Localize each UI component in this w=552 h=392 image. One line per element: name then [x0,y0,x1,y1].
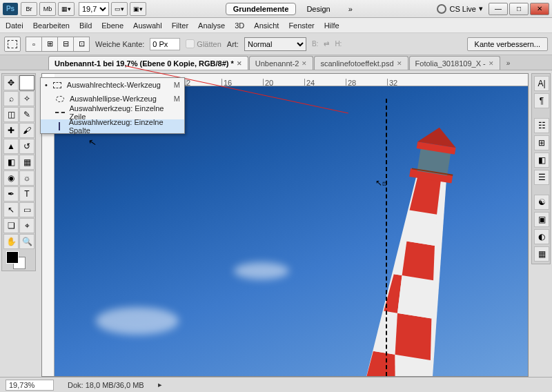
workspace-active[interactable]: Grundelemente [226,3,297,15]
column-marquee-selection [386,99,387,376]
close-icon[interactable]: ✕ [397,60,402,67]
lasso-tool[interactable]: ⌕ [3,91,19,106]
marquee-tool[interactable] [19,75,34,90]
panel-layers[interactable]: ☰ [534,170,549,185]
arrange-button[interactable]: ▭▾ [111,2,128,16]
view-extras-button[interactable]: ▦▾ [58,2,75,16]
svg-marker-4 [391,313,437,360]
status-bar: 19,73% Dok: 18,0 MB/36,0 MB ▸ [0,377,552,392]
cs-live[interactable]: CS Live▾ [437,4,483,14]
tab-unbenannt-2[interactable]: Unbenannt-2✕ [249,56,314,70]
tab-fotolia[interactable]: Fotolia_3018109_X -✕ [409,56,500,70]
tabs-overflow[interactable]: » [501,56,516,70]
stamp-tool[interactable]: ▲ [3,139,19,154]
close-icon[interactable]: ✕ [237,60,242,67]
3d-tool[interactable]: ❏ [3,218,19,233]
menu-analyse[interactable]: Analyse [198,21,225,30]
dodge-tool[interactable]: ☼ [19,170,34,186]
color-swatches[interactable] [3,250,34,269]
panel-adjustments[interactable]: ☯ [534,195,549,210]
workspace-design[interactable]: Design [299,3,337,15]
menu-bild[interactable]: Bild [79,21,92,30]
menu-fenster[interactable]: Fenster [288,21,314,30]
menu-datei[interactable]: Datei [6,21,23,30]
wand-tool[interactable]: ✧ [19,91,34,106]
app-icon: Ps [3,3,18,15]
menu-ansicht[interactable]: Ansicht [254,21,279,30]
image-content [234,262,289,280]
eraser-tool[interactable]: ◧ [3,155,19,170]
menu-3d[interactable]: 3D [235,21,244,30]
menu-ebene[interactable]: Ebene [101,21,124,30]
screen-mode-button[interactable]: ▣▾ [130,2,146,16]
panel-histogram[interactable]: ☷ [534,118,549,133]
menu-item-elliptical-marquee[interactable]: Auswahlellipse-Werkzeug M [41,92,184,106]
type-tool[interactable]: T [19,186,34,202]
cursor-icon: ↖⊡ [375,178,387,188]
tab-unbenannt-1[interactable]: Unbenannt-1 bei 19,7% (Ebene 0 Kopie, RG… [48,56,248,70]
close-button[interactable]: ✕ [530,3,549,15]
brush-tool[interactable]: 🖌 [19,123,34,138]
document-tab-bar: Unbenannt-1 bei 19,7% (Ebene 0 Kopie, RG… [0,55,552,70]
menu-bearbeiten[interactable]: Bearbeiten [33,21,70,30]
menu-bar: Datei Bearbeiten Bild Ebene Auswahl Filt… [0,18,552,33]
selection-subtract[interactable]: ⊟ [57,37,74,52]
minibridge-button[interactable]: Mb [39,2,56,16]
camera-tool[interactable]: ⌖ [19,218,34,233]
panel-navigator[interactable]: ⊞ [534,135,549,150]
move-tool[interactable]: ✥ [3,75,19,90]
menu-item-single-column-marquee[interactable]: Auswahlwerkzeug: Einzelne Spalte [41,119,184,133]
minimize-button[interactable]: — [489,3,508,15]
style-select[interactable]: Normal [244,37,306,51]
menu-hilfe[interactable]: Hilfe [324,21,339,30]
menu-item-single-row-marquee[interactable]: Auswahlwerkzeug: Einzelne Zeile [41,106,184,119]
image-content [286,86,507,376]
doc-info[interactable]: Dok: 18,0 MB/36,0 MB [68,381,144,389]
path-tool[interactable]: ↖ [3,202,19,217]
tab-scanline[interactable]: scanlinefotoeffekt.psd✕ [314,56,408,70]
foreground-color[interactable] [6,251,19,264]
pen-tool[interactable]: ✒ [3,186,19,202]
gradient-tool[interactable]: ▦ [19,155,34,170]
blur-tool[interactable]: ◉ [3,170,19,186]
history-brush-tool[interactable]: ↺ [19,139,34,154]
chevron-right-icon[interactable]: ▸ [158,380,162,389]
eyedropper-tool[interactable]: ✎ [19,107,34,122]
panel-character[interactable]: A| [534,76,549,91]
panel-paragraph[interactable]: ¶ [534,93,549,108]
swap-icon: ⇄ [324,40,329,48]
close-icon[interactable]: ✕ [302,60,307,67]
zoom-tool[interactable]: 🔍 [19,234,34,249]
title-bar: Ps Br Mb ▦▾ 19,7 ▭▾ ▣▾ Grundelemente Des… [0,0,552,18]
close-icon[interactable]: ✕ [489,60,494,67]
zoom-field[interactable]: 19,73% [6,380,54,391]
refine-edge-button[interactable]: Kante verbessern... [467,37,548,51]
panel-color[interactable]: ◧ [534,153,549,168]
svg-marker-10 [410,176,442,215]
menu-filter[interactable]: Filter [172,21,188,30]
bridge-button[interactable]: Br [21,2,37,16]
panel-actions[interactable]: ▣ [534,212,549,227]
zoom-select[interactable]: 19,7 [79,2,109,16]
maximize-button[interactable]: □ [509,3,529,15]
menu-item-rectangular-marquee[interactable]: • Auswahlrechteck-Werkzeug M [41,78,184,92]
column-marquee-icon [55,121,65,131]
panel-swatches[interactable]: ▦ [534,246,549,262]
tool-preset[interactable] [4,37,21,52]
crop-tool[interactable]: ◫ [3,107,19,122]
rect-marquee-icon [52,80,63,90]
menu-auswahl[interactable]: Auswahl [133,21,162,30]
selection-add[interactable]: ⊞ [41,37,58,52]
healing-tool[interactable]: ✚ [3,123,19,138]
feather-input[interactable] [150,38,180,50]
panel-styles[interactable]: ◐ [534,229,549,244]
hand-tool[interactable]: ✋ [3,234,19,249]
height-label: H: [335,40,342,48]
selection-new[interactable]: ▫ [26,37,42,52]
panel-dock: A| ¶ ☷ ⊞ ◧ ☰ ☯ ▣ ◐ ▦ [531,73,551,264]
selection-intersect[interactable]: ⊡ [73,37,90,52]
svg-marker-8 [402,241,439,280]
workspace-more[interactable]: » [341,3,360,15]
shape-tool[interactable]: ▭ [19,202,34,217]
ellipse-marquee-icon [55,94,66,104]
